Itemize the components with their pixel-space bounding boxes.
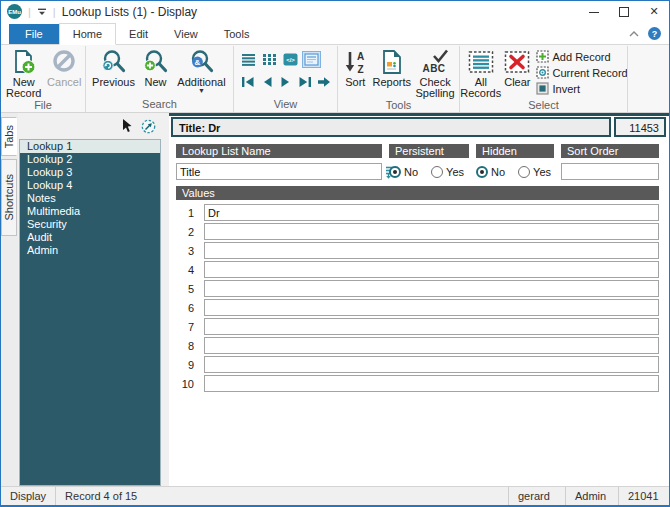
first-record-button[interactable]: [239, 74, 256, 89]
tab-view[interactable]: View: [161, 24, 211, 44]
value-input-1[interactable]: [204, 204, 659, 221]
new-search-button[interactable]: New: [139, 47, 173, 88]
status-user: gerard: [509, 487, 565, 505]
value-row-number: 2: [176, 226, 204, 238]
next-record-icon: [280, 76, 292, 88]
hidden-no-option[interactable]: No: [476, 166, 505, 178]
sidebar-item-security[interactable]: Security: [20, 218, 160, 231]
lookup-list-name-label: Lookup List Name: [176, 144, 382, 158]
minimize-button[interactable]: [579, 1, 609, 22]
collapse-ribbon-icon[interactable]: [629, 31, 639, 37]
previous-search-button[interactable]: Previous: [90, 47, 138, 88]
hidden-no-radio[interactable]: [476, 166, 488, 178]
status-bar: Display Record 4 of 15 gerard Admin 2104…: [1, 486, 669, 505]
value-row-number: 9: [176, 359, 204, 371]
sidebar-item-lookup-2[interactable]: Lookup 2: [20, 153, 160, 166]
sidebar-item-admin[interactable]: Admin: [20, 244, 160, 257]
next-record-button[interactable]: [277, 74, 294, 89]
value-input-7[interactable]: [204, 318, 659, 335]
persistent-no-label: No: [404, 166, 418, 178]
status-number: 21041: [619, 487, 669, 505]
reports-button[interactable]: Reports: [372, 47, 413, 88]
grid-view-button[interactable]: [260, 51, 279, 68]
record-panel: Title: Dr 11453 Lookup List Name: [169, 113, 669, 486]
window-controls: ✕: [579, 1, 669, 22]
help-icon[interactable]: ?: [648, 27, 661, 40]
last-record-button[interactable]: [296, 74, 313, 89]
value-input-6[interactable]: [204, 299, 659, 316]
persistent-no-radio[interactable]: [389, 166, 401, 178]
lookup-list-name-input[interactable]: [176, 163, 382, 180]
list-view-button[interactable]: [239, 51, 258, 68]
hidden-yes-label: Yes: [533, 166, 551, 178]
hidden-yes-option[interactable]: Yes: [518, 166, 551, 178]
vertical-tab-shortcuts[interactable]: Shortcuts: [1, 159, 17, 235]
tab-tools[interactable]: Tools: [211, 24, 263, 44]
app-window: EMu | | Lookup Lists (1) - Display ✕ Fil…: [0, 0, 670, 507]
select-all-records-button[interactable]: All Records: [459, 47, 502, 99]
hidden-yes-radio[interactable]: [518, 166, 530, 178]
value-row: 4: [176, 260, 659, 279]
main-area: Tabs Shortcuts Loo: [1, 113, 669, 486]
code-view-button[interactable]: </>: [281, 51, 300, 68]
all-records-icon: [468, 49, 494, 75]
value-row: 7: [176, 317, 659, 336]
value-input-4[interactable]: [204, 261, 659, 278]
values-label: Values: [176, 186, 659, 200]
check-spelling-button[interactable]: ABC Check Spelling: [413, 47, 457, 99]
sort-label: Sort: [345, 77, 365, 88]
group-label-view: View: [236, 98, 335, 112]
vertical-tab-tabs[interactable]: Tabs: [1, 117, 17, 156]
invert-selection-icon: [536, 82, 549, 95]
persistent-yes-radio[interactable]: [431, 166, 443, 178]
sidebar-item-audit[interactable]: Audit: [20, 231, 160, 244]
sidebar-item-lookup-4[interactable]: Lookup 4: [20, 179, 160, 192]
value-row: 6: [176, 298, 659, 317]
persistent-yes-option[interactable]: Yes: [431, 166, 464, 178]
goto-record-button[interactable]: [315, 74, 332, 89]
select-region-icon[interactable]: [141, 119, 156, 134]
sidebar-item-notes[interactable]: Notes: [20, 192, 160, 205]
tab-home[interactable]: Home: [59, 23, 116, 45]
value-row-number: 8: [176, 340, 204, 352]
select-current-record-button[interactable]: Current Record: [536, 65, 628, 80]
check-spelling-label: Check Spelling: [414, 77, 456, 99]
maximize-button[interactable]: [609, 1, 639, 22]
new-record-button[interactable]: New Record: [3, 47, 44, 99]
value-input-2[interactable]: [204, 223, 659, 240]
ribbon-filler: [627, 46, 669, 112]
svg-text:A: A: [357, 51, 364, 62]
value-input-9[interactable]: [204, 356, 659, 373]
value-row: 10: [176, 374, 659, 393]
tab-file[interactable]: File: [9, 24, 59, 44]
svg-text:ABC: ABC: [422, 63, 445, 74]
value-input-8[interactable]: [204, 337, 659, 354]
current-record-icon: [536, 66, 549, 79]
sidebar-item-multimedia[interactable]: Multimedia: [20, 205, 160, 218]
sort-button[interactable]: A Z Sort: [340, 47, 371, 88]
value-input-3[interactable]: [204, 242, 659, 259]
persistent-no-option[interactable]: No: [389, 166, 418, 178]
value-input-5[interactable]: [204, 280, 659, 297]
sidebar-item-lookup-1[interactable]: Lookup 1: [20, 140, 160, 153]
app-logo-icon[interactable]: EMu: [7, 4, 22, 19]
previous-search-icon: [101, 49, 127, 75]
quick-access-dropdown-icon[interactable]: [37, 8, 47, 16]
select-add-record-button[interactable]: Add Record: [536, 49, 628, 64]
tab-edit[interactable]: Edit: [116, 24, 161, 44]
sidebar-item-lookup-3[interactable]: Lookup 3: [20, 166, 160, 179]
value-input-10[interactable]: [204, 375, 659, 392]
list-view-icon: [241, 53, 256, 66]
pointer-cursor-icon[interactable]: [122, 119, 133, 133]
invert-selection-label: Invert: [553, 83, 581, 95]
status-record-position: Record 4 of 15: [56, 487, 146, 505]
additional-search-button[interactable]: & Additional ▼: [174, 47, 230, 94]
sort-order-input[interactable]: [561, 163, 659, 180]
previous-record-button[interactable]: [258, 74, 275, 89]
close-button[interactable]: ✕: [639, 1, 669, 22]
form-view-button[interactable]: [302, 51, 321, 68]
new-search-label: New: [144, 77, 166, 88]
clear-selection-button[interactable]: Clear: [503, 47, 531, 88]
status-mode: Display: [1, 487, 55, 505]
select-invert-button[interactable]: Invert: [536, 81, 628, 96]
